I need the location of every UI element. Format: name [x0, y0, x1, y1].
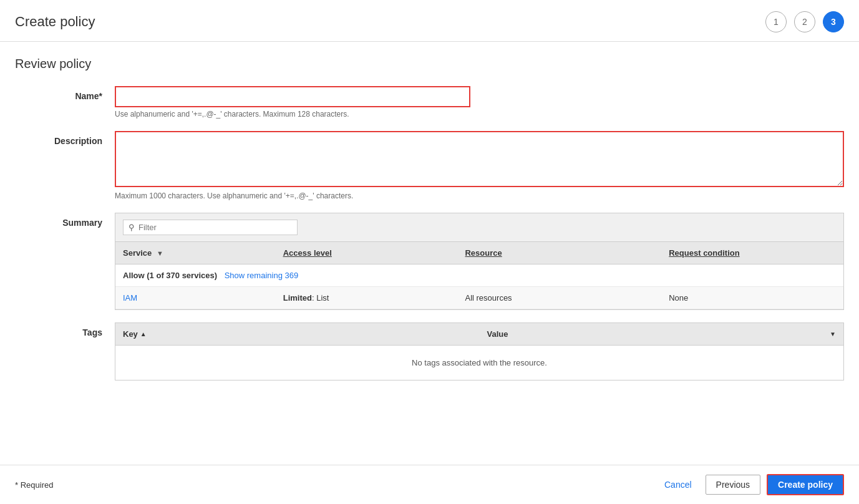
allow-row: Allow (1 of 370 services) Show remaining… — [115, 264, 843, 287]
th-service: Service ▼ — [115, 242, 276, 264]
summary-container: ⚲ Service ▼ — [115, 213, 844, 310]
step-2: 2 — [794, 11, 815, 32]
allow-cell: Allow (1 of 370 services) Show remaining… — [115, 264, 843, 287]
resource-cell: All resources — [457, 287, 661, 309]
th-request-condition: Request condition — [661, 242, 843, 264]
th-resource: Resource — [457, 242, 661, 264]
summary-row: Summary ⚲ S — [15, 213, 844, 310]
tags-row: Tags Key ▲ — [15, 322, 844, 380]
filter-row: ⚲ — [115, 213, 843, 242]
service-sort-icon[interactable]: ▼ — [157, 250, 163, 257]
description-hint: Maximum 1000 characters. Use alphanumeri… — [115, 191, 844, 200]
summary-label: Summary — [15, 213, 115, 310]
summary-table: Service ▼ Access level Resource — [115, 242, 843, 309]
value-sort-down-icon: ▼ — [830, 331, 836, 337]
required-note: * Required — [15, 480, 53, 490]
step-indicators: 1 2 3 — [765, 11, 844, 32]
no-tags-row: No tags associated with the resource. — [115, 346, 843, 380]
create-policy-button[interactable]: Create policy — [767, 474, 844, 495]
name-input[interactable] — [115, 86, 470, 107]
filter-input-wrapper: ⚲ — [123, 220, 298, 235]
description-label: Description — [15, 131, 115, 200]
th-access-level: Access level — [276, 242, 458, 264]
allow-text: Allow (1 of 370 services) — [123, 271, 217, 280]
show-remaining-link[interactable]: Show remaining 369 — [225, 271, 299, 280]
search-icon: ⚲ — [129, 223, 135, 232]
tags-container: Key ▲ Value ▼ — [115, 322, 844, 380]
key-sort-up-icon: ▲ — [140, 331, 147, 337]
filter-input[interactable] — [138, 223, 288, 232]
name-label: Name* — [15, 86, 115, 119]
access-level-bold: Limited — [283, 293, 312, 303]
section-title: Review policy — [15, 57, 844, 71]
tags-label: Tags — [15, 322, 115, 380]
page-title: Create policy — [15, 14, 95, 30]
name-hint: Use alphanumeric and '+=,.@-_' character… — [115, 110, 844, 119]
iam-link[interactable]: IAM — [123, 293, 137, 303]
table-row: IAM Limited: List All resources None — [115, 287, 843, 309]
service-cell: IAM — [115, 287, 276, 309]
th-value: Value ▼ — [480, 323, 844, 346]
name-row: Name* Use alphanumeric and '+=,.@-_' cha… — [15, 86, 844, 119]
access-level-cell: Limited: List — [276, 287, 458, 309]
main-content: Review policy Name* Use alphanumeric and… — [0, 42, 859, 458]
page-header: Create policy 1 2 3 — [0, 0, 859, 42]
step-1: 1 — [765, 11, 787, 32]
cancel-button[interactable]: Cancel — [657, 476, 699, 493]
summary-field: ⚲ Service ▼ — [115, 213, 844, 310]
th-key: Key ▲ — [115, 323, 480, 346]
tags-table: Key ▲ Value ▼ — [115, 323, 843, 380]
name-field: Use alphanumeric and '+=,.@-_' character… — [115, 86, 844, 119]
tags-field: Key ▲ Value ▼ — [115, 322, 844, 380]
footer: * Required Cancel Previous Create policy — [0, 465, 859, 504]
description-textarea[interactable] — [115, 131, 844, 187]
request-condition-cell: None — [661, 287, 843, 309]
step-3: 3 — [823, 11, 844, 32]
access-level-rest: : List — [312, 293, 329, 303]
previous-button[interactable]: Previous — [706, 475, 760, 495]
description-field: Maximum 1000 characters. Use alphanumeri… — [115, 131, 844, 200]
no-tags-cell: No tags associated with the resource. — [115, 346, 843, 380]
description-row: Description Maximum 1000 characters. Use… — [15, 131, 844, 200]
footer-buttons: Cancel Previous Create policy — [657, 474, 844, 495]
